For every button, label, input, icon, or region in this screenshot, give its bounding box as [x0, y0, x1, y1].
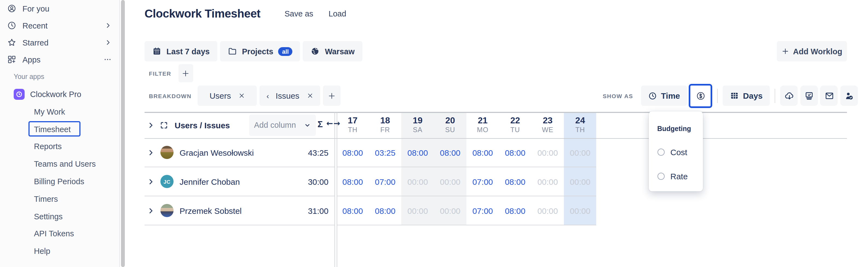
table-row: Gracjan Wesołowski 43:25 — [145, 138, 335, 167]
sidebar: For you Recent Starred — [0, 0, 120, 267]
dollar-circle-icon — [695, 91, 705, 101]
time-cell[interactable]: 07:00 — [466, 167, 499, 196]
sidebar-scrollbar[interactable] — [121, 0, 125, 267]
sidebar-item-timers[interactable]: Timers — [0, 190, 119, 208]
timezone-label: Warsaw — [325, 47, 355, 56]
mail-icon — [824, 91, 834, 100]
radio-button[interactable] — [657, 149, 664, 156]
timezone-chip[interactable]: Warsaw — [303, 41, 363, 61]
time-cell[interactable]: 08:00 — [499, 196, 532, 225]
user-total: 43:25 — [308, 148, 335, 157]
time-cell[interactable]: 08:00 — [434, 138, 466, 167]
totals-toggle[interactable]: Σ — [317, 119, 323, 129]
sidebar-item-help[interactable]: Help — [0, 243, 119, 260]
filter-row: FILTER — [149, 64, 193, 82]
table-header-border — [145, 138, 847, 139]
row-expand-chevron-icon[interactable] — [147, 149, 156, 156]
sidebar-app-clockwork-pro[interactable]: Clockwork Pro — [0, 85, 119, 103]
sidebar-item-settings[interactable]: Settings — [0, 208, 119, 225]
budgeting-menu-title: Budgeting — [657, 125, 691, 133]
time-cell[interactable]: 08:00 — [499, 138, 532, 167]
move-left-icon[interactable]: ‹ — [267, 91, 269, 100]
fullscreen-icon[interactable] — [160, 121, 168, 129]
budgeting-menu: Budgeting Cost Rate — [648, 111, 703, 191]
breakdown-row: BREAKDOWN Users ‹ Issues — [149, 85, 341, 106]
time-cell[interactable]: 00:00 — [564, 196, 596, 225]
load-button[interactable]: Load — [329, 9, 346, 18]
user-approval-button[interactable] — [840, 85, 858, 106]
time-cell[interactable]: 00:00 — [564, 138, 596, 167]
breakdown-group-label: Users / Issues — [175, 121, 230, 130]
mail-button[interactable] — [820, 85, 838, 106]
sidebar-item-teams-and-users[interactable]: Teams and Users — [0, 155, 119, 173]
show-as-days-button[interactable]: Days — [723, 85, 770, 106]
add-column-select[interactable]: Add column — [249, 114, 316, 136]
column-resize-handle[interactable]: ←→ — [326, 119, 341, 128]
sidebar-item-reports[interactable]: Reports — [0, 138, 119, 155]
show-as-budget-button[interactable] — [689, 84, 712, 108]
sidebar-item-apps[interactable]: Apps — [0, 51, 119, 68]
budgeting-option-rate[interactable]: Rate — [657, 171, 688, 181]
ellipsis-icon[interactable] — [103, 55, 112, 63]
breakdown-chip-users[interactable]: Users — [198, 85, 257, 106]
clockwork-logo-icon — [14, 89, 25, 100]
sidebar-item-for-you[interactable]: For you — [0, 0, 119, 17]
sidebar-item-my-work[interactable]: My Work — [0, 103, 119, 121]
breakdown-chip-label: Users — [209, 91, 231, 100]
time-cell[interactable]: 00:00 — [564, 167, 596, 196]
add-worklog-button[interactable]: Add Worklog — [777, 41, 847, 61]
page-header: Clockwork Timesheet Save as Load — [145, 7, 346, 20]
show-as-time-button[interactable]: Time — [641, 85, 687, 106]
time-cell[interactable]: 07:00 — [466, 196, 499, 225]
add-filter-button[interactable] — [179, 64, 193, 82]
sidebar-item-recent[interactable]: Recent — [0, 17, 119, 34]
sidebar-item-api-tokens[interactable]: API Tokens — [0, 225, 119, 243]
timesheet-approvals-button[interactable] — [800, 85, 818, 106]
sidebar-item-starred[interactable]: Starred — [0, 34, 119, 51]
radio-button[interactable] — [657, 173, 664, 180]
expand-all-chevron-icon[interactable] — [147, 122, 156, 129]
sidebar-item-label: Starred — [23, 38, 49, 47]
filter-chips-row: Last 7 days Projects all Warsaw — [145, 41, 362, 61]
day-header: 24TH — [564, 112, 596, 138]
time-cell[interactable]: 00:00 — [401, 196, 434, 225]
export-button[interactable] — [780, 85, 798, 106]
date-range-chip[interactable]: Last 7 days — [145, 41, 217, 61]
breakdown-chip-issues[interactable]: ‹ Issues — [259, 85, 320, 106]
time-cell[interactable]: 00:00 — [531, 196, 564, 225]
time-cell[interactable]: 08:00 — [369, 196, 402, 225]
table-grid-icon — [730, 91, 739, 100]
time-cell[interactable]: 08:00 — [336, 167, 369, 196]
time-cell[interactable]: 08:00 — [336, 196, 369, 225]
time-cell[interactable]: 08:00 — [499, 167, 532, 196]
time-cell[interactable]: 08:00 — [466, 138, 499, 167]
row-expand-chevron-icon[interactable] — [147, 178, 156, 185]
time-cell[interactable]: 00:00 — [401, 167, 434, 196]
breakdown-chip-label: Issues — [276, 91, 300, 100]
sidebar-item-timesheet[interactable]: Timesheet — [0, 121, 119, 138]
projects-label: Projects — [242, 47, 273, 56]
remove-users-icon[interactable] — [239, 92, 245, 99]
time-cell[interactable]: 00:00 — [434, 167, 466, 196]
time-cell[interactable]: 08:00 — [336, 138, 369, 167]
time-cell[interactable]: 00:00 — [531, 167, 564, 196]
day-header: 18FR — [369, 112, 402, 138]
sidebar-item-billing-periods[interactable]: Billing Periods — [0, 173, 119, 190]
day-header: 17TH — [336, 112, 369, 138]
calendar-icon — [152, 47, 161, 56]
budgeting-option-cost[interactable]: Cost — [657, 148, 687, 157]
time-cell[interactable]: 08:00 — [401, 138, 434, 167]
time-cell[interactable]: 00:00 — [531, 138, 564, 167]
remove-issues-icon[interactable] — [307, 92, 313, 99]
day-header: 20SU — [434, 112, 466, 138]
chevron-down-icon — [304, 122, 311, 129]
add-breakdown-button[interactable] — [323, 85, 341, 106]
time-cell[interactable]: 07:00 — [369, 167, 402, 196]
sidebar-item-label: For you — [23, 4, 49, 13]
time-cell[interactable]: 03:25 — [369, 138, 402, 167]
save-as-button[interactable]: Save as — [284, 9, 313, 18]
projects-all-badge: all — [278, 47, 292, 56]
projects-chip[interactable]: Projects all — [220, 41, 300, 61]
row-expand-chevron-icon[interactable] — [147, 207, 156, 214]
time-cell[interactable]: 00:00 — [434, 196, 466, 225]
